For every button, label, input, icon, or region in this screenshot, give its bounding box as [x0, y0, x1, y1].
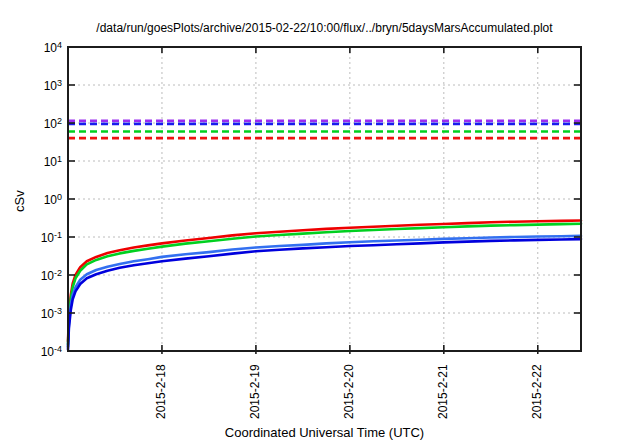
- x-tick-label: 2015-2-20: [342, 364, 356, 419]
- accumulated-dose-blue-curve: [68, 239, 581, 349]
- x-tick-label: 2015-2-21: [436, 364, 450, 419]
- plot-area: [0, 0, 640, 448]
- y-tick-label: 10-2: [14, 266, 62, 283]
- y-tick-label: 10-1: [14, 228, 62, 245]
- y-tick-label: 101: [14, 152, 62, 169]
- y-axis-title: cSv: [12, 190, 27, 212]
- y-tick-label: 10-3: [14, 304, 62, 321]
- y-tick-label: 104: [14, 38, 62, 55]
- gnuplot-chart: /data/run/goesPlots/archive/2015-02-22/1…: [0, 0, 640, 448]
- accumulated-dose-lightblue-curve: [68, 236, 581, 347]
- x-axis-title: Coordinated Universal Time (UTC): [68, 425, 581, 440]
- y-tick-label: 103: [14, 76, 62, 93]
- accumulated-dose-red-curve: [68, 221, 581, 342]
- y-tick-label: 10-4: [14, 342, 62, 359]
- y-tick-label: 102: [14, 114, 62, 131]
- x-tick-label: 2015-2-22: [530, 364, 544, 419]
- x-tick-label: 2015-2-19: [248, 364, 262, 419]
- x-tick-label: 2015-2-18: [154, 364, 168, 419]
